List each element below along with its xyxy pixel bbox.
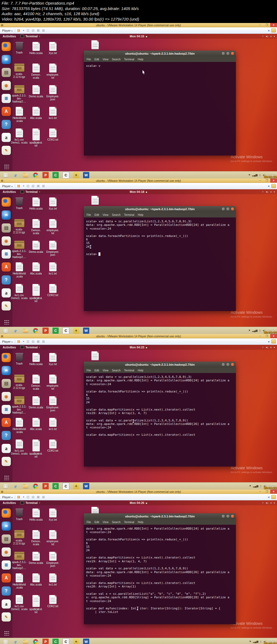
taskbar-app-icon[interactable]: C	[62, 172, 69, 179]
collapse-toolbar-icon[interactable]: «	[268, 340, 270, 344]
terminal-content[interactable]: scala> v	[84, 62, 236, 156]
terminal-content[interactable]: data: org.apache.spark.rdd.RDD[Int] = Pa…	[84, 525, 236, 624]
desktop-icon[interactable]: HelloWorld .scala	[11, 262, 27, 284]
show-applications-icon[interactable]	[4, 319, 9, 325]
menu-file[interactable]: File	[87, 369, 91, 372]
dock-app-icon[interactable]: ✎	[2, 301, 11, 311]
fullscreen-icon[interactable]: ⊠	[37, 29, 39, 32]
desktop-icon[interactable]: employee. txt	[45, 530, 61, 552]
close-button[interactable]: ×	[270, 490, 277, 494]
terminal-titlebar[interactable]: ubuntu@ubuntu: ~/spark-2.3.1-bin-hadoop2…	[84, 206, 236, 212]
menu-edit[interactable]: Edit	[94, 369, 99, 372]
taskbar-app-icon[interactable]: ✦	[73, 328, 79, 334]
dock-app-icon[interactable]: ✉	[2, 55, 11, 64]
terminal-minimize-icon[interactable]	[222, 515, 225, 518]
unity-mode-icon[interactable]: ⊞	[42, 340, 45, 343]
dock-app-icon[interactable]: ≣	[2, 94, 11, 103]
taskbar-app-icon[interactable]	[32, 328, 39, 334]
menu-view[interactable]: View	[103, 521, 108, 524]
terminal-close-icon[interactable]	[231, 207, 234, 210]
terminal-minimize-icon[interactable]	[222, 363, 225, 366]
desktop-icon[interactable]: HelloWorld .scala	[11, 107, 27, 128]
volume-icon[interactable]: ◄)	[265, 502, 268, 504]
activities-button[interactable]: Activities	[3, 190, 16, 193]
close-button[interactable]: ×	[270, 23, 277, 27]
menu-edit[interactable]: Edit	[94, 58, 99, 61]
terminal-appmenu[interactable]: Terminal▾	[20, 190, 40, 193]
terminal-maximize-icon[interactable]	[226, 363, 229, 366]
chevron-down-icon[interactable]: ▾	[274, 502, 275, 504]
restore-button[interactable]: ❐	[263, 334, 270, 338]
desktop-icon[interactable]: Xyz.txt	[45, 353, 61, 375]
terminal-content[interactable]: scala> val data = sc.parallelize(List(1,…	[84, 373, 236, 467]
chevron-down-icon[interactable]: ▾	[23, 29, 24, 32]
menu-view[interactable]: View	[103, 213, 108, 216]
topbar-clock[interactable]: Mon 04:26	[0, 501, 277, 504]
taskbar-app-icon[interactable]: C	[62, 483, 69, 490]
terminal-appmenu[interactable]: Terminal▾	[20, 501, 40, 504]
desktop-icon[interactable]: CDR2.txt	[45, 595, 61, 617]
desktop-icon[interactable]: scala- 2.12.6.tgz	[11, 530, 27, 552]
dock-app-icon[interactable]: ✎	[2, 457, 11, 466]
taskbar-app-icon[interactable]: W	[83, 483, 89, 489]
show-applications-icon[interactable]	[4, 475, 9, 480]
terminal-titlebar[interactable]: ubuntu@ubuntu: ~/spark-2.3.1-bin-hadoop2…	[84, 513, 236, 519]
chevron-down-icon[interactable]: ▾	[274, 346, 275, 349]
power-icon[interactable]: ⊙	[270, 35, 272, 38]
dock-app-icon[interactable]: A	[2, 107, 11, 116]
volume-icon[interactable]: ◄)	[265, 346, 268, 349]
file-icon[interactable]	[91, 196, 99, 205]
close-button[interactable]: ×	[270, 334, 277, 338]
volume-icon[interactable]: ◄)	[265, 191, 268, 193]
dock-app-icon[interactable]: a	[2, 288, 11, 298]
menu-terminal[interactable]: Terminal	[124, 521, 134, 524]
taskbar-app-icon[interactable]: W	[83, 328, 89, 334]
dock-app-icon[interactable]: ≣	[2, 249, 11, 259]
desktop-icon[interactable]: Demo1. scala kv1.csv	[11, 440, 27, 461]
taskbar-app-icon[interactable]: ✦	[73, 483, 79, 489]
menu-terminal[interactable]: Terminal	[124, 58, 134, 61]
vmware-titlebar[interactable]: ▦ ubuntu - VMware Workstation 14 Player …	[0, 179, 277, 183]
dock-app-icon[interactable]	[2, 197, 11, 207]
network-icon[interactable]: ?	[262, 502, 263, 504]
desktop-icon[interactable]: spark-2.3.1- bin- hadoop2....	[11, 552, 27, 573]
tray-flag-icon[interactable]: ⚑	[248, 174, 250, 176]
dock-app-icon[interactable]: ▤	[2, 534, 11, 544]
menu-terminal[interactable]: Terminal	[124, 213, 134, 216]
desktop-icon[interactable]: kv1.txt	[45, 262, 61, 284]
chevron-down-icon[interactable]: ▾	[274, 35, 275, 38]
player-menu-button[interactable]: Player▾	[2, 340, 12, 343]
dock-app-icon[interactable]: ?	[2, 120, 11, 129]
fullscreen-icon[interactable]: ⊠	[37, 496, 39, 499]
chevron-down-icon[interactable]: ▾	[274, 191, 275, 193]
dock-app-icon[interactable]: ✉	[2, 521, 11, 531]
dock-app-icon[interactable]: ◉	[2, 81, 11, 90]
vmware-titlebar[interactable]: ▦ ubuntu - VMware Workstation 14 Player …	[0, 23, 277, 27]
menu-file[interactable]: File	[87, 213, 91, 216]
unity-mode-icon[interactable]: ⊞	[42, 184, 45, 188]
taskbar-app-icon[interactable]	[22, 172, 29, 178]
suspend-icon[interactable]: ⊟	[32, 184, 34, 188]
terminal-close-icon[interactable]	[231, 52, 234, 55]
tray-flag-icon[interactable]: ⚑	[249, 485, 251, 487]
fullscreen-icon[interactable]: ⊠	[37, 184, 39, 188]
pause-button[interactable]	[18, 496, 20, 498]
fullscreen-icon[interactable]: ⊠	[37, 340, 39, 343]
dock-app-icon[interactable]: ✎	[2, 146, 11, 155]
terminal-titlebar[interactable]: ubuntu@ubuntu: ~/spark-2.3.1-bin-hadoop2…	[84, 362, 236, 368]
restore-button[interactable]: ❐	[263, 490, 270, 494]
taskbar-app-icon[interactable]: C	[52, 639, 59, 644]
tray-battery-icon[interactable]: ▯	[260, 485, 261, 487]
pause-button[interactable]	[18, 29, 20, 32]
tray-network-icon[interactable]: ▂▄▆	[252, 329, 258, 332]
menu-file[interactable]: File	[87, 521, 91, 524]
desktop-icon[interactable]: CDR2.txt	[45, 128, 61, 150]
terminal-content[interactable]: scala> val data = sc.parallelize(List(1,…	[84, 217, 236, 311]
terminal-maximize-icon[interactable]	[226, 515, 229, 518]
desktop-icon[interactable]: Demon. scala	[28, 64, 44, 85]
dock-app-icon[interactable]: ?	[2, 275, 11, 285]
close-button[interactable]: ×	[270, 179, 277, 183]
taskbar-app-icon[interactable]: W	[83, 639, 89, 644]
dock-app-icon[interactable]: ≣	[2, 560, 11, 570]
minimize-button[interactable]: −	[257, 179, 263, 183]
